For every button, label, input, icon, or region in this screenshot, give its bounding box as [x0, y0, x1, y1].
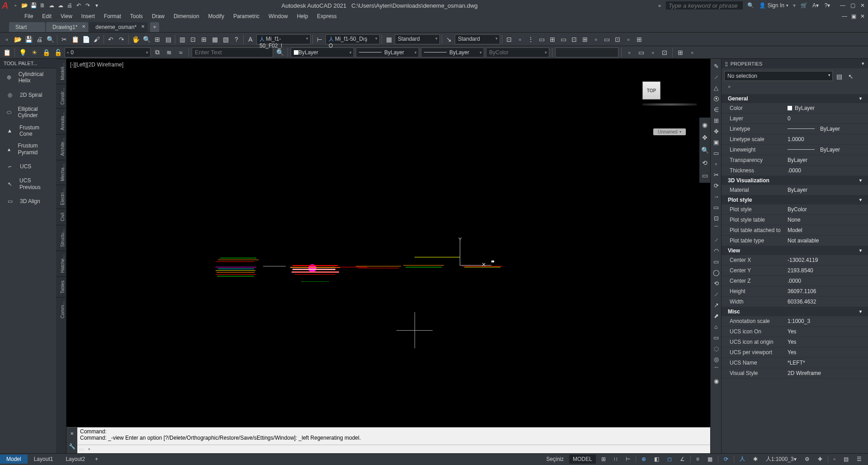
layer-props-icon[interactable]: 📋: [2, 47, 12, 57]
toolbar-icon[interactable]: ⊞: [634, 34, 644, 44]
layer-icon[interactable]: ≋: [164, 47, 174, 57]
layout-tab[interactable]: Layout1: [28, 455, 60, 464]
snap-icon[interactable]: ∷: [611, 455, 620, 463]
menu-tools[interactable]: Tools: [126, 12, 147, 20]
new-tab-button[interactable]: +: [150, 22, 159, 32]
prop-group-header[interactable]: General▾: [722, 94, 868, 103]
tool-icon[interactable]: △: [712, 83, 721, 92]
cycling-icon[interactable]: ⟳: [721, 455, 731, 463]
linetype-select[interactable]: ByLayer: [356, 47, 419, 57]
tool-icon[interactable]: ▭: [712, 203, 721, 212]
viewport-label[interactable]: [-][Left][2D Wireframe]: [70, 62, 123, 68]
toolbar-icon[interactable]: ▫: [591, 34, 601, 44]
prop-value[interactable]: *LEFT*: [785, 359, 868, 367]
layer-select[interactable]: ▫0: [65, 47, 151, 57]
prop-row[interactable]: MaterialByLayer: [722, 185, 868, 195]
menu-help[interactable]: Help: [292, 12, 313, 20]
tool-palette-item[interactable]: ◎2D Spiral: [0, 87, 56, 103]
toolbar-icon[interactable]: ⊡: [660, 47, 670, 57]
auto-scale-icon[interactable]: ✱: [750, 455, 760, 463]
toolbar-icon[interactable]: 🔍: [142, 34, 151, 44]
tool-icon[interactable]: ⊞: [712, 116, 721, 125]
tool-palette-item[interactable]: ▴Frustum Pyramid: [0, 140, 56, 158]
prop-group-header[interactable]: Plot style▾: [722, 195, 868, 204]
tool-icon[interactable]: ⬈: [712, 311, 721, 320]
palette-tab[interactable]: Archite...: [56, 134, 66, 159]
toolbar-icon[interactable]: 📂: [13, 34, 23, 44]
find-input[interactable]: [192, 47, 273, 57]
prop-value[interactable]: 36097.1106: [785, 287, 868, 295]
plot-icon[interactable]: 🖨: [66, 2, 73, 9]
tool-icon[interactable]: ⟋: [712, 235, 721, 244]
find-icon[interactable]: 🔍: [275, 47, 285, 57]
signin-button[interactable]: 👤 Sign In ▾: [759, 2, 788, 9]
toolbar-icon[interactable]: ⋮: [526, 34, 536, 44]
menu-edit[interactable]: Edit: [38, 12, 56, 20]
help-icon[interactable]: ?▾: [824, 2, 831, 9]
toolbar-icon[interactable]: ⊡: [613, 34, 623, 44]
layer-state-icon[interactable]: 💡: [18, 47, 28, 57]
textstyle-select[interactable]: 人 Mi_f1-50_F02_l: [256, 34, 311, 44]
tool-icon[interactable]: ⌒: [712, 224, 721, 233]
prop-value[interactable]: 60336.4632: [785, 298, 868, 306]
prop-value[interactable]: Not available: [785, 237, 868, 245]
search-icon[interactable]: 🔍: [747, 2, 755, 9]
tool-icon[interactable]: ◎: [712, 355, 721, 364]
tool-icon[interactable]: ◠: [712, 246, 721, 255]
maximize-icon[interactable]: ▢: [849, 2, 856, 9]
layer-unlock-icon[interactable]: 🔓: [53, 47, 63, 57]
layer-freeze-icon[interactable]: ☀: [29, 47, 39, 57]
saveas-icon[interactable]: 🗎: [39, 2, 46, 9]
prop-value[interactable]: -13002.4119: [785, 256, 868, 264]
tool-icon[interactable]: →: [712, 192, 721, 201]
toolbar-icon[interactable]: ▭: [558, 34, 568, 44]
layer-icon[interactable]: ⧉: [152, 47, 162, 57]
toolbar-icon[interactable]: ▫: [623, 34, 633, 44]
toolbar-icon[interactable]: ↶: [106, 34, 116, 44]
toolbar-icon[interactable]: ▥: [177, 34, 187, 44]
prop-row[interactable]: Plot table typeNot available: [722, 236, 868, 246]
textstyle-icon[interactable]: A: [245, 34, 255, 44]
palette-tab[interactable]: Annota...: [56, 108, 66, 134]
prop-row[interactable]: LineweightByLayer: [722, 145, 868, 155]
prop-row[interactable]: Layer0: [722, 114, 868, 124]
webmobile-save-icon[interactable]: ☁: [57, 2, 64, 9]
menu-dimension[interactable]: Dimension: [169, 12, 204, 20]
toolbar-icon[interactable]: 💾: [24, 34, 33, 44]
prop-row[interactable]: Width60336.4632: [722, 297, 868, 307]
prop-group-header[interactable]: 3D Visualization▾: [722, 176, 868, 185]
toolbar-icon[interactable]: ⊞: [199, 34, 209, 44]
tool-icon[interactable]: ◌: [712, 344, 721, 353]
units-icon[interactable]: ▫: [831, 455, 838, 463]
layer-icon[interactable]: ≈: [176, 47, 186, 57]
viewcube[interactable]: TOP Unnamed ▾: [642, 81, 697, 135]
tool-icon[interactable]: ◉: [712, 376, 721, 385]
palette-tab[interactable]: Structu...: [56, 225, 66, 251]
tool-icon[interactable]: ✂: [712, 170, 721, 179]
prop-row[interactable]: Linetype scale1.0000: [722, 134, 868, 145]
toolbar-icon[interactable]: ▫: [648, 47, 658, 57]
qat-dropdown-icon[interactable]: ▾: [93, 2, 100, 9]
toolbar-icon[interactable]: ↷: [117, 34, 127, 44]
tool-palette-item[interactable]: ↖UCS Previous: [0, 175, 56, 193]
prop-row[interactable]: UCS icon OnYes: [722, 327, 868, 337]
menu-insert[interactable]: Insert: [77, 12, 99, 20]
prop-row[interactable]: Center X-13002.4119: [722, 255, 868, 266]
toolbar-icon[interactable]: ▭: [602, 34, 612, 44]
toolbar-icon[interactable]: ⊡: [188, 34, 198, 44]
doc-minimize-icon[interactable]: —: [841, 13, 848, 20]
toolbar-icon[interactable]: 🖌: [92, 34, 102, 44]
drawing-canvas[interactable]: [-][Left][2D Wireframe] TOP Unnamed ▾: [66, 59, 710, 427]
palette-tab[interactable]: Comm...: [56, 297, 66, 322]
prop-value[interactable]: Yes: [785, 348, 868, 356]
tool-icon[interactable]: ⊡: [712, 214, 721, 223]
prop-value[interactable]: Yes: [785, 338, 868, 346]
prop-row[interactable]: Thickness.0000: [722, 166, 868, 176]
tool-icon[interactable]: ▭: [712, 257, 721, 266]
tablestyle-select[interactable]: Standard: [395, 34, 440, 44]
tool-icon[interactable]: ▭: [712, 148, 721, 157]
prop-row[interactable]: Annotation scale1:1000_3: [722, 316, 868, 327]
toolbar-icon[interactable]: ⊞: [547, 34, 557, 44]
palette-tab[interactable]: Electri...: [56, 185, 66, 209]
color-select[interactable]: ByLayer: [291, 47, 354, 57]
